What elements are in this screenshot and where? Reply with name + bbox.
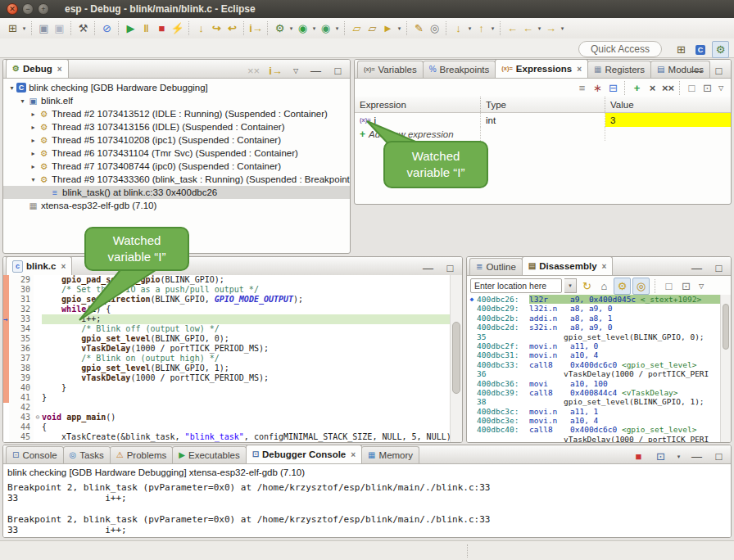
disassembly-line[interactable]: 38gpio_set_level(BLINK_GPIO, 1); (467, 397, 721, 406)
debug-tree-item[interactable]: ▾⚙Thread #9 1073433360 (blink_task : Run… (3, 173, 350, 186)
fold-marker[interactable]: ⊖ (34, 413, 42, 422)
maximize-window-button[interactable]: + (38, 3, 49, 15)
expression-row[interactable]: (x)=iint3 (355, 113, 731, 127)
forward-icon[interactable]: → (543, 20, 559, 36)
editor-line[interactable]: 34 /* Blink off (output low) */ (3, 324, 451, 334)
tab-expressions[interactable]: (x)=Expressions× (495, 59, 588, 78)
run-icon-menu[interactable]: ▾ (310, 25, 318, 32)
terminate-console-icon[interactable]: ■ (631, 449, 646, 464)
last-edit-location-icon[interactable]: ↓ (451, 20, 466, 36)
disassembly-line[interactable]: 36vTaskDelay(1000 / portTICK_PERI (467, 369, 721, 378)
open-perspective-icon[interactable]: ⊞ (673, 42, 689, 57)
refresh-icon[interactable]: ↻ (579, 278, 595, 294)
debug-bug-icon[interactable]: ⚙ (272, 20, 288, 36)
close-window-button[interactable]: ✕ (7, 3, 18, 15)
display-selected-console-icon-menu[interactable]: ▾ (675, 454, 682, 460)
column-header-type[interactable]: Type (481, 97, 605, 112)
instruction-stepping-icon[interactable]: i→ (248, 20, 264, 36)
expander-icon[interactable]: ▾ (29, 176, 38, 183)
close-tab-icon[interactable]: × (577, 65, 582, 74)
link-view-icon[interactable]: ⊡ (700, 80, 715, 96)
suspend-icon[interactable]: ‖ (138, 20, 154, 36)
disassembly-line[interactable]: 35gpio_set_level(BLINK_GPIO, 0); (467, 332, 721, 341)
editor-line[interactable]: 43⊖void app_main() (3, 413, 451, 422)
editor-line[interactable]: 41} (3, 393, 451, 403)
editor-line[interactable]: 29 gpio_pad_select_gpio(BLINK_GPIO); (3, 275, 451, 285)
editor-line[interactable]: 35 gpio_set_level(BLINK_GPIO, 0); (3, 334, 451, 344)
tab-variables[interactable]: (x)=Variables (357, 61, 424, 78)
tab-registers[interactable]: ▦Registers (587, 61, 651, 78)
flash-icon-menu[interactable]: ▾ (396, 25, 403, 32)
new-expressions-view-icon[interactable]: □ (684, 80, 700, 96)
tab-debugger-console[interactable]: ⊡Debugger Console× (246, 445, 362, 463)
minimize-window-button[interactable]: − (22, 3, 34, 15)
view-menu-icon[interactable]: ▽ (715, 82, 727, 93)
maximize-icon[interactable]: □ (711, 63, 727, 79)
location-dropdown-icon[interactable]: ▾ (564, 278, 577, 293)
expander-icon[interactable]: ▸ (29, 137, 38, 144)
tab-memory[interactable]: ▦Memory (361, 446, 419, 463)
disassembly-line[interactable]: 400dbc31:movi.na10, 4 (467, 350, 721, 359)
new-wizard-icon-menu[interactable]: ▾ (20, 25, 28, 32)
expression-value[interactable]: 3 (605, 113, 731, 127)
forward-icon-menu[interactable]: ▾ (559, 25, 566, 32)
view-menu-icon[interactable]: ▽ (695, 280, 707, 291)
column-header-expression[interactable]: Expression (355, 97, 481, 112)
tab-executables[interactable]: ▶Executables (172, 446, 246, 463)
debug-tree-item[interactable]: ▸⚙Thread #6 1073431104 (Tmr Svc) (Suspen… (3, 147, 350, 160)
editor-line[interactable]: 40 } (3, 383, 451, 393)
step-over-icon[interactable]: ↪ (209, 20, 224, 36)
disassembly-line[interactable]: 400dbc3e:movi.na10, 4 (467, 416, 721, 425)
maximize-icon[interactable]: □ (442, 260, 458, 276)
add-expression-row[interactable]: + Add new expression (355, 127, 731, 141)
terminate-icon[interactable]: ■ (154, 20, 170, 36)
debug-tree-item[interactable]: ≡blink_task() at blink.c:33 0x400dbc26 (3, 186, 350, 199)
editor-line[interactable]: 37 /* Blink on (output high) */ (3, 354, 451, 364)
disassembly-line[interactable]: 400dbc39:call80x400844c4 <vTaskDelay> (467, 388, 721, 397)
tab-blink-c[interactable]: cblink.c× (6, 256, 72, 275)
disassembly-line[interactable]: ◆400dbc26:l32ra9, 0x400d045c <_stext+109… (467, 295, 721, 304)
expander-icon[interactable]: ▾ (7, 84, 16, 92)
debug-bug-icon-menu[interactable]: ▾ (288, 25, 295, 32)
editor-line[interactable]: 38 gpio_set_level(BLINK_GPIO, 1); (3, 364, 451, 373)
pin-view-icon[interactable]: ⊡ (678, 278, 694, 294)
previous-annotation-icon-menu[interactable]: ▾ (489, 25, 496, 32)
disassembly-line[interactable]: 400dbc2d:s32i.na8, a9, 0 (467, 323, 721, 332)
save-icon[interactable]: ▣ (36, 20, 52, 36)
resume-icon[interactable]: ▶ (123, 20, 138, 36)
tab-problems[interactable]: ⚠Problems (110, 446, 174, 463)
console-output[interactable]: Breakpoint 2, blink_task (pvParameter=0x… (3, 479, 731, 538)
run-icon[interactable]: ◉ (295, 20, 310, 36)
disconnect-icon[interactable]: ⚡ (170, 20, 185, 36)
editor-line[interactable]: 32 while(1) { (3, 305, 451, 314)
tab-debug[interactable]: ⚙Debug× (6, 59, 69, 78)
disassembly-line[interactable]: 400dbc2f:movi.na11, 0 (467, 341, 721, 350)
save-all-icon[interactable]: ▣ (52, 20, 67, 36)
remove-expression-icon[interactable]: × (645, 80, 660, 96)
debug-tree-item[interactable]: ▦xtensa-esp32-elf-gdb (7.10) (3, 199, 350, 212)
step-return-icon[interactable]: ↩ (224, 20, 240, 36)
previous-annotation-icon[interactable]: ↑ (473, 20, 489, 36)
show-logical-structures-icon[interactable]: ∗ (590, 80, 605, 96)
home-icon[interactable]: ⌂ (596, 278, 612, 294)
tab-disassembly[interactable]: ▤Disassembly× (522, 256, 614, 275)
disassembly-scrollbar[interactable] (720, 295, 731, 442)
track-expression-icon[interactable]: ◎ (632, 278, 650, 295)
new-project-icon[interactable]: ▱ (349, 20, 365, 36)
collapse-all-icon[interactable]: ⊟ (605, 80, 621, 96)
remove-all-expressions-icon[interactable]: ×× (660, 80, 676, 96)
step-into-icon[interactable]: ↓ (193, 20, 209, 36)
debug-tree-item[interactable]: ▸⚙Thread #5 1073410208 (ipc1) (Suspended… (3, 133, 350, 147)
debug-tree-item[interactable]: ▾C blink checking [GDB Hardware Debuggin… (3, 81, 350, 94)
disassembly-line[interactable]: 400dbc36:movia10, 100 (467, 379, 721, 388)
minimize-icon[interactable]: — (689, 63, 705, 79)
build-icon[interactable]: ⚒ (75, 20, 91, 36)
maximize-icon[interactable]: □ (330, 63, 346, 79)
close-tab-icon[interactable]: × (57, 65, 62, 74)
sync-active-context-icon[interactable]: ⚙ (614, 278, 631, 295)
flash-icon[interactable]: ► (380, 20, 396, 36)
debug-tree-item[interactable]: ▸⚙Thread #2 1073413512 (IDLE : Running) … (3, 107, 350, 120)
instruction-stepping-mode-icon[interactable]: i→ (268, 63, 283, 79)
debug-tree-item[interactable]: ▸⚙Thread #3 1073413156 (IDLE) (Suspended… (3, 120, 350, 133)
external-tools-icon[interactable]: ◉ (318, 20, 333, 36)
